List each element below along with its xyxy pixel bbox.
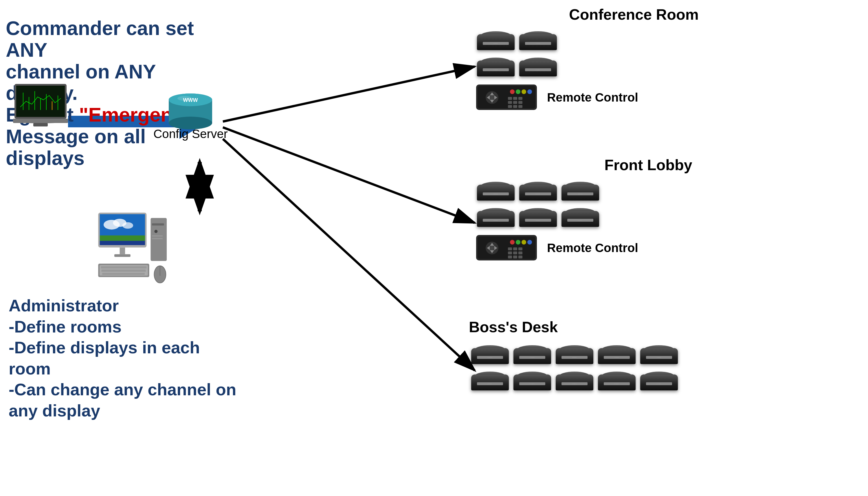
admin-line3: -Can change any channel on any display: [9, 379, 240, 421]
svg-rect-83: [518, 251, 523, 254]
stb-device: ·····: [519, 58, 557, 76]
server-icon: WWW: [165, 84, 217, 130]
svg-rect-15: [33, 123, 48, 126]
svg-rect-79: [513, 247, 517, 250]
svg-rect-40: [101, 270, 145, 272]
svg-rect-64: [513, 105, 517, 108]
svg-rect-25: [100, 241, 145, 245]
laptop-container: [9, 81, 72, 134]
svg-rect-62: [518, 101, 523, 104]
svg-rect-14: [13, 119, 68, 123]
admin-title: Administrator: [9, 295, 240, 316]
svg-rect-80: [518, 247, 523, 250]
conference-stb-row2: ····· ·····: [475, 55, 793, 79]
stb-device: ·····: [477, 58, 515, 76]
svg-point-77: [527, 240, 532, 245]
front-lobby-section: Front Lobby ····· ····· ····· ····· ····…: [475, 156, 822, 262]
svg-point-34: [154, 230, 157, 233]
svg-rect-86: [518, 255, 523, 259]
stb-device: ·····: [519, 182, 557, 201]
svg-rect-36: [152, 238, 162, 239]
stb-device: ·····: [513, 372, 551, 390]
stb-device: ·····: [556, 345, 593, 364]
boss-stb-row1: ····· ····· ····· ····· ·····: [469, 343, 859, 366]
conference-room-title: Conference Room: [475, 6, 793, 23]
config-server-label: Config Server: [153, 127, 228, 141]
stb-device: ·····: [471, 372, 509, 390]
stb-device: ·····: [471, 345, 509, 364]
svg-rect-63: [508, 105, 512, 108]
boss-stb-row2: ····· ····· ····· ····· ·····: [469, 369, 859, 393]
desktop-icon: [95, 208, 171, 289]
stb-device: ·····: [477, 31, 515, 50]
svg-rect-33: [152, 223, 164, 226]
front-lobby-title: Front Lobby: [475, 156, 822, 174]
stb-device: ·····: [556, 372, 593, 390]
svg-rect-57: [508, 97, 512, 100]
stb-device: ·····: [561, 208, 599, 227]
svg-rect-81: [508, 251, 512, 254]
server-to-conference-arrow: [223, 66, 475, 122]
stb-device: ·····: [513, 345, 551, 364]
svg-rect-31: [114, 254, 130, 257]
svg-rect-59: [518, 97, 523, 100]
conference-remote-label: Remote Control: [547, 91, 638, 105]
svg-rect-41: [102, 273, 145, 275]
admin-line1: -Define rooms: [9, 316, 240, 337]
svg-rect-39: [101, 266, 147, 268]
svg-rect-60: [508, 101, 512, 104]
conference-room-section: Conference Room ····· ····· ····· ·····: [475, 6, 793, 112]
server-to-frontlobby-arrow: [223, 127, 475, 223]
lobby-remote-label: Remote Control: [547, 241, 638, 255]
svg-point-54: [516, 89, 521, 94]
svg-point-28: [122, 222, 133, 229]
svg-rect-78: [508, 247, 512, 250]
svg-rect-85: [513, 255, 517, 259]
commander-line1: Commander can set ANY: [6, 17, 208, 61]
stb-device: ·····: [598, 372, 636, 390]
server-container: WWW Config Server: [153, 84, 228, 141]
conference-stb-row1: ····· ·····: [475, 29, 793, 52]
server-to-bossdesk-arrow: [223, 139, 475, 370]
svg-point-75: [516, 240, 521, 245]
svg-point-76: [522, 240, 526, 245]
svg-rect-82: [513, 251, 517, 254]
remote-icon: [475, 234, 541, 262]
stb-device: ·····: [477, 182, 515, 201]
conference-remote-container: Remote Control: [475, 83, 793, 112]
svg-rect-30: [120, 247, 125, 254]
desktop-container: [95, 208, 171, 291]
commander-line1-text: Commander can set ANY: [6, 17, 194, 61]
stb-device: ·····: [640, 345, 678, 364]
stb-device: ·····: [519, 208, 557, 227]
svg-rect-84: [508, 255, 512, 259]
laptop-icon: [9, 81, 72, 133]
remote-icon: [475, 83, 541, 112]
svg-point-55: [522, 89, 526, 94]
stb-device: ·····: [477, 208, 515, 227]
svg-point-21: [177, 96, 192, 101]
admin-line2: -Define displays in each room: [9, 337, 240, 379]
svg-point-56: [527, 89, 532, 94]
lobby-remote-container: Remote Control: [475, 234, 822, 262]
svg-point-74: [510, 240, 515, 245]
bosses-desk-title: Boss's Desk: [469, 318, 859, 336]
admin-text-block: Administrator -Define rooms -Define disp…: [9, 295, 240, 421]
lobby-stb-row2: ····· ····· ·····: [475, 206, 822, 229]
svg-rect-61: [513, 101, 517, 104]
stb-device: ·····: [561, 182, 599, 201]
svg-rect-29: [100, 235, 145, 241]
stb-device: ·····: [640, 372, 678, 390]
svg-rect-65: [518, 105, 523, 108]
stb-device: ·····: [598, 345, 636, 364]
stb-device: ·····: [519, 31, 557, 50]
svg-rect-58: [513, 97, 517, 100]
bosses-desk-section: Boss's Desk ····· ····· ····· ····· ····…: [469, 318, 859, 396]
svg-point-53: [510, 89, 515, 94]
svg-rect-35: [152, 235, 162, 237]
lobby-stb-row1: ····· ····· ·····: [475, 180, 822, 203]
